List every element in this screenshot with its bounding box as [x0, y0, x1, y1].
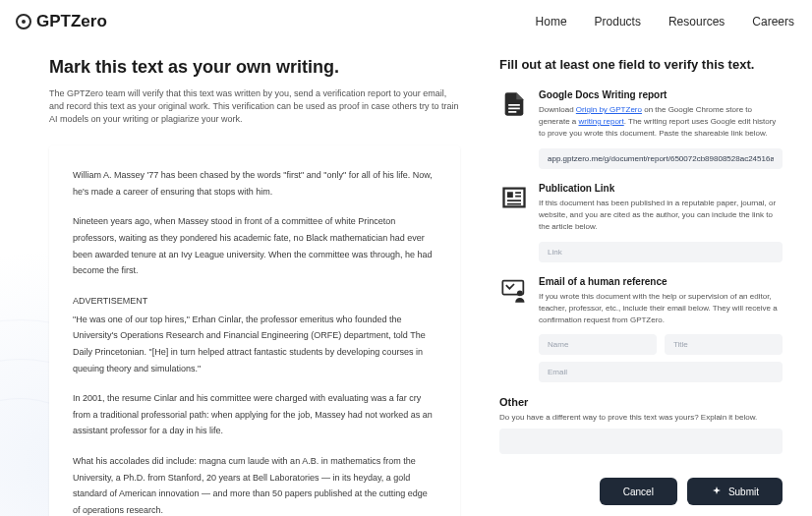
other-desc: Do you have a different way to prove thi… — [499, 413, 783, 422]
doc-paragraph: William A. Massey '77 has been chased by… — [73, 167, 436, 200]
page-subtitle: The GPTZero team will verify that this t… — [49, 87, 460, 126]
submit-button[interactable]: Submit — [687, 478, 783, 505]
page-title: Mark this text as your own writing. — [49, 57, 460, 78]
gdocs-title: Google Docs Writing report — [539, 89, 783, 100]
document-card: William A. Massey '77 has been chased by… — [49, 145, 460, 516]
brand-name: GPTZero — [36, 12, 107, 31]
nav-home[interactable]: Home — [536, 15, 567, 29]
ref-title-input[interactable] — [665, 334, 783, 355]
nav-products[interactable]: Products — [595, 15, 641, 29]
logo-mark-icon — [16, 14, 31, 29]
publication-title: Publication Link — [539, 183, 783, 194]
human-ref-desc: If you wrote this document with the help… — [539, 291, 783, 326]
svg-point-1 — [517, 290, 523, 296]
ref-email-input[interactable] — [539, 362, 783, 382]
document-icon — [499, 90, 529, 120]
cancel-button[interactable]: Cancel — [600, 478, 677, 505]
form-heading: Fill out at least one field to verify th… — [499, 57, 783, 72]
brand-logo[interactable]: GPTZero — [16, 12, 107, 31]
writing-report-link[interactable]: writing report — [578, 117, 623, 126]
gdocs-desc: Download Origin by GPTZero on the Google… — [539, 104, 783, 140]
nav-careers[interactable]: Careers — [752, 15, 794, 29]
teacher-icon — [499, 277, 529, 307]
gdocs-link-input[interactable] — [539, 148, 783, 169]
doc-paragraph: "He was one of our top hires," Erhan Cin… — [73, 312, 436, 377]
newspaper-icon — [499, 184, 529, 213]
doc-paragraph: What his accolades did include: magna cu… — [73, 453, 436, 516]
doc-advertisement-label: ADVERTISEMENT — [73, 293, 436, 310]
doc-paragraph: Nineteen years ago, when Massey stood in… — [73, 213, 436, 279]
doc-paragraph: In 2001, the resume Cinlar and his commi… — [73, 390, 436, 439]
origin-link[interactable]: Origin by GPTZero — [576, 105, 642, 114]
publication-link-input[interactable] — [539, 242, 783, 262]
publication-desc: If this document has been published in a… — [539, 198, 783, 233]
nav-resources[interactable]: Resources — [668, 15, 725, 29]
nav-links: Home Products Resources Careers — [536, 15, 794, 29]
sparkle-icon — [711, 486, 723, 497]
ref-name-input[interactable] — [539, 334, 657, 355]
human-ref-title: Email of a human reference — [539, 276, 783, 287]
other-explain-input[interactable] — [499, 429, 783, 454]
other-title: Other — [499, 396, 783, 408]
